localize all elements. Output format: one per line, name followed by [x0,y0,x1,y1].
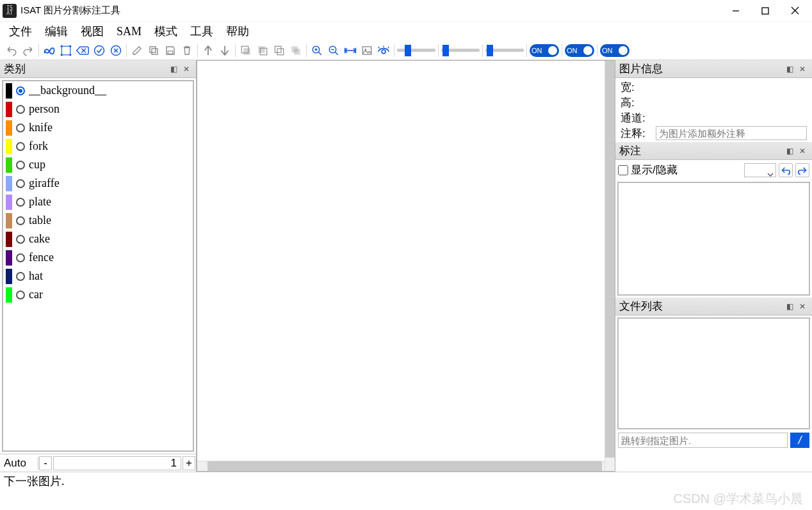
category-item[interactable]: knife [3,118,193,137]
category-radio[interactable] [16,124,25,132]
redo-icon[interactable] [20,43,36,58]
category-radio[interactable] [16,272,25,281]
category-item[interactable]: car [3,285,193,304]
dock-icon[interactable]: ◧ [168,63,179,75]
jump-go-button[interactable]: / [790,433,809,448]
layer-b-icon[interactable] [255,43,270,58]
category-list[interactable]: __background__personknifeforkcupgiraffep… [2,80,194,452]
category-item[interactable]: person [3,100,193,118]
close-button[interactable] [780,1,809,20]
category-radio[interactable] [16,291,25,299]
polygon-icon[interactable] [58,43,74,58]
menu-sam[interactable]: SAM [110,23,148,40]
canvas-area[interactable] [197,60,615,472]
category-radio[interactable] [16,179,25,188]
decrement-button[interactable]: - [39,456,52,470]
note-input[interactable] [656,126,807,140]
edit-icon[interactable] [129,43,145,58]
toggle-2[interactable]: ON [565,44,594,57]
category-radio[interactable] [16,198,25,207]
slider-3[interactable] [485,43,524,58]
svg-rect-20 [258,46,265,53]
zoom-out-icon[interactable] [326,43,341,58]
layer-d-icon[interactable] [288,43,304,58]
slider-2[interactable] [441,43,480,58]
category-radio[interactable] [16,86,25,95]
category-radio[interactable] [16,235,25,244]
close-panel-icon[interactable]: ✕ [181,63,192,75]
undo-icon[interactable] [4,43,19,58]
category-item[interactable]: hat [3,267,193,285]
image-icon[interactable] [359,43,375,58]
menu-mode[interactable]: 模式 [148,22,184,41]
dock-icon[interactable]: ◧ [784,145,795,157]
category-item[interactable]: cup [3,155,193,174]
annotation-combo[interactable] [744,163,776,177]
maximize-button[interactable] [751,1,780,20]
category-radio[interactable] [16,161,25,170]
backspace-icon[interactable] [75,43,90,58]
menu-view[interactable]: 视图 [74,22,110,41]
toggle-3[interactable]: ON [600,44,629,57]
menu-file[interactable]: 文件 [3,22,38,41]
show-hide-checkbox[interactable] [618,165,628,175]
category-item[interactable]: giraffe [3,174,193,193]
svg-line-31 [335,52,338,55]
toggle-1[interactable]: ON [530,44,559,57]
slider-1[interactable] [397,43,435,58]
file-list-footer: / [615,431,812,449]
eye-icon[interactable] [376,43,391,58]
copy-icon[interactable] [146,43,161,58]
category-item[interactable]: cake [3,230,193,248]
category-label: knife [29,121,53,134]
layer-a-icon[interactable] [238,43,254,58]
up-icon[interactable] [200,43,216,58]
file-list-title: 文件列表 [619,299,663,314]
jump-input[interactable] [618,433,788,448]
minimize-button[interactable] [721,1,751,20]
svg-point-7 [61,54,63,56]
accept-icon[interactable] [92,43,107,58]
scrollbar-vertical[interactable] [605,61,615,471]
scrollbar-horizontal[interactable] [197,461,605,471]
category-item[interactable]: table [3,211,193,230]
menu-help[interactable]: 帮助 [220,22,256,41]
image-info-header: 图片信息 ◧ ✕ [615,60,812,78]
close-panel-icon[interactable]: ✕ [797,301,808,312]
zoom-in-icon[interactable] [309,43,325,58]
value-field[interactable]: 1 [53,456,181,470]
category-item[interactable]: plate [3,193,193,211]
close-panel-icon[interactable]: ✕ [797,145,808,157]
category-label: person [29,102,60,116]
category-radio[interactable] [16,216,25,225]
down-icon[interactable] [217,43,232,58]
reject-icon[interactable] [108,43,124,58]
menu-edit[interactable]: 编辑 [38,22,74,41]
svg-rect-22 [275,46,281,52]
category-radio[interactable] [16,253,25,262]
delete-icon[interactable] [179,43,195,58]
category-item[interactable]: __background__ [3,81,193,100]
mode-label[interactable]: Auto [0,457,38,470]
category-label: fork [29,139,48,153]
menu-tools[interactable]: 工具 [184,22,220,41]
dock-icon[interactable]: ◧ [784,63,795,75]
categories-panel: 类别 ◧ ✕ __background__personknifeforkcupg… [0,60,197,472]
annotation-list[interactable] [617,182,810,296]
category-item[interactable]: fork [3,137,193,155]
fit-icon[interactable] [343,43,358,58]
file-list[interactable] [617,317,810,429]
categories-title: 类别 [4,61,26,76]
undo-annotation-button[interactable] [779,163,793,177]
category-radio[interactable] [16,105,25,114]
note-label: 注释: [621,126,656,141]
layer-c-icon[interactable] [272,43,287,58]
dock-icon[interactable]: ◧ [784,301,795,312]
save-icon[interactable] [163,43,178,58]
redo-annotation-button[interactable] [795,163,809,177]
category-item[interactable]: fence [3,248,193,267]
close-panel-icon[interactable]: ✕ [797,63,808,75]
meta-icon[interactable] [42,43,57,58]
category-radio[interactable] [16,142,25,151]
increment-button[interactable]: + [183,456,195,470]
